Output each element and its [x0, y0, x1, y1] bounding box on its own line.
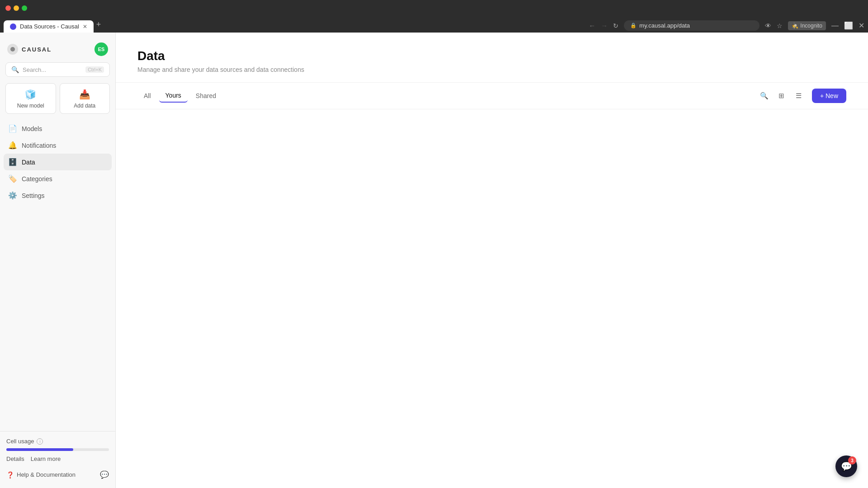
- settings-icon: ⚙️: [8, 191, 17, 200]
- grid-view-button[interactable]: ⊞: [774, 88, 789, 103]
- sidebar-item-settings-label: Settings: [22, 192, 45, 199]
- main-content: Data Manage and share your data sources …: [116, 33, 868, 488]
- cell-usage-section: Cell usage i Details Learn more: [0, 431, 115, 466]
- new-button[interactable]: + New: [812, 89, 846, 103]
- browser-chrome: [0, 0, 868, 16]
- chat-bubble[interactable]: 💬 3: [835, 455, 857, 477]
- back-button[interactable]: ←: [589, 22, 595, 29]
- tab-shared[interactable]: Shared: [189, 89, 222, 102]
- search-toolbar-icon: 🔍: [760, 92, 769, 100]
- quick-actions: 🧊 New model 📥 Add data: [0, 83, 115, 120]
- notifications-icon: 🔔: [8, 141, 17, 150]
- categories-icon: 🏷️: [8, 174, 17, 183]
- progress-bar: [6, 448, 109, 451]
- logo-icon: [7, 44, 18, 55]
- minimize-button[interactable]: [14, 5, 19, 11]
- sidebar: CAUSAL ES 🔍 Search... Ctrl+K 🧊 New model…: [0, 33, 116, 488]
- notification-badge: 3: [848, 456, 856, 465]
- sidebar-header: CAUSAL ES: [0, 38, 115, 62]
- sidebar-item-models[interactable]: 📄 Models: [4, 120, 112, 137]
- active-tab[interactable]: Data Sources - Causal ✕: [4, 20, 94, 33]
- toolbar-icons: 🔍 ⊞ ☰ + New: [757, 88, 846, 103]
- help-link[interactable]: ❓ Help & Documentation: [6, 471, 75, 479]
- search-toolbar-button[interactable]: 🔍: [757, 88, 772, 103]
- page-header: Data Manage and share your data sources …: [116, 33, 868, 82]
- sidebar-item-categories-label: Categories: [22, 175, 52, 183]
- info-icon: i: [37, 438, 43, 445]
- sidebar-item-settings[interactable]: ⚙️ Settings: [4, 187, 112, 204]
- add-data-icon: 📥: [79, 89, 90, 100]
- lock-icon: 🔒: [630, 23, 637, 28]
- add-data-label: Add data: [74, 103, 95, 109]
- add-data-button[interactable]: 📥 Add data: [60, 83, 110, 114]
- details-link[interactable]: Details: [6, 455, 24, 462]
- tab-yours[interactable]: Yours: [159, 89, 188, 103]
- sidebar-item-categories[interactable]: 🏷️ Categories: [4, 170, 112, 187]
- sidebar-item-data[interactable]: 🗄️ Data: [4, 154, 112, 170]
- new-button-label: + New: [820, 92, 838, 99]
- help-row: ❓ Help & Documentation 💬: [0, 466, 115, 483]
- cell-usage-label: Cell usage: [6, 438, 34, 445]
- reload-button[interactable]: ↻: [613, 22, 618, 29]
- forward-button[interactable]: →: [601, 22, 608, 29]
- new-model-icon: 🧊: [25, 89, 36, 100]
- models-icon: 📄: [8, 124, 17, 133]
- tab-title: Data Sources - Causal: [20, 23, 79, 30]
- page-subtitle: Manage and share your data sources and d…: [137, 66, 846, 73]
- address-bar[interactable]: 🔒 my.causal.app/data: [624, 20, 760, 31]
- incognito-badge: 🕵 Incognito: [788, 21, 826, 30]
- empty-state: [116, 109, 868, 488]
- search-shortcut: Ctrl+K: [85, 66, 104, 73]
- logo-text: CAUSAL: [22, 46, 52, 53]
- sidebar-nav: 📄 Models 🔔 Notifications 🗄️ Data 🏷️ Cate…: [0, 120, 115, 431]
- tab-close-icon[interactable]: ✕: [83, 23, 87, 30]
- window-close-icon[interactable]: ✕: [859, 21, 864, 30]
- logo-area: CAUSAL: [7, 44, 52, 55]
- tab-all[interactable]: All: [137, 89, 157, 102]
- maximize-button[interactable]: [22, 5, 27, 11]
- search-icon: 🔍: [11, 66, 19, 73]
- sidebar-item-notifications-label: Notifications: [22, 142, 56, 149]
- sidebar-item-notifications[interactable]: 🔔 Notifications: [4, 137, 112, 154]
- extension-icon[interactable]: 👁: [765, 22, 771, 29]
- list-icon: ☰: [796, 92, 802, 100]
- list-view-button[interactable]: ☰: [791, 88, 807, 103]
- page-title: Data: [137, 49, 846, 63]
- new-tab-button[interactable]: +: [94, 20, 104, 29]
- window-minimize-icon[interactable]: —: [831, 22, 839, 30]
- tabs-toolbar: All Yours Shared 🔍 ⊞ ☰ + New: [116, 83, 868, 109]
- new-model-label: New model: [17, 103, 44, 109]
- grid-icon: ⊞: [778, 92, 784, 100]
- help-icon: ❓: [6, 471, 14, 479]
- address-text: my.causal.app/data: [639, 22, 690, 29]
- sidebar-item-models-label: Models: [22, 125, 42, 132]
- data-icon: 🗄️: [8, 158, 17, 166]
- close-button[interactable]: [5, 5, 11, 11]
- tab-bar: Data Sources - Causal ✕ + ← → ↻ 🔒 my.cau…: [0, 16, 868, 33]
- sidebar-item-data-label: Data: [22, 159, 35, 166]
- window-maximize-icon[interactable]: ⬜: [844, 21, 853, 30]
- search-bar[interactable]: 🔍 Search... Ctrl+K: [5, 62, 110, 77]
- new-model-button[interactable]: 🧊 New model: [5, 83, 56, 114]
- progress-fill: [6, 448, 73, 451]
- bookmark-icon[interactable]: ☆: [777, 22, 783, 29]
- avatar[interactable]: ES: [94, 42, 108, 56]
- learn-more-link[interactable]: Learn more: [31, 455, 61, 462]
- search-placeholder: Search...: [23, 66, 82, 73]
- chat-icon[interactable]: 💬: [100, 470, 109, 479]
